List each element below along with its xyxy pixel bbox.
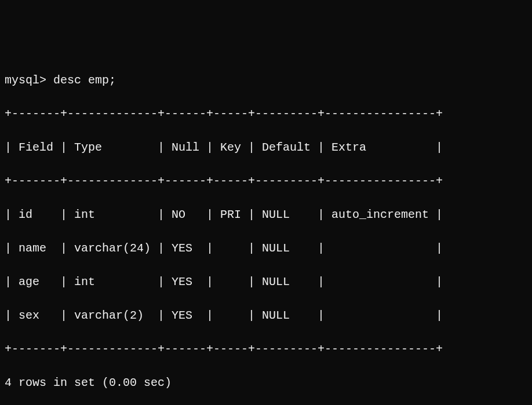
table-row: | age | int | YES | | NULL | | [5,273,527,290]
table-row: | id | int | NO | PRI | NULL | auto_incr… [5,206,527,223]
result-summary: 4 rows in set (0.00 sec) [5,374,527,391]
table-border: +-------+-------------+------+-----+----… [5,105,527,122]
mysql-prompt-desc-emp[interactable]: mysql> desc emp; [5,72,527,89]
table-header-row: | Field | Type | Null | Key | Default | … [5,139,527,156]
table-border: +-------+-------------+------+-----+----… [5,173,527,189]
table-border: +-------+-------------+------+-----+----… [5,341,527,357]
table-row: | sex | varchar(2) | YES | | NULL | | [5,307,527,324]
table-row: | name | varchar(24) | YES | | NULL | | [5,240,527,257]
